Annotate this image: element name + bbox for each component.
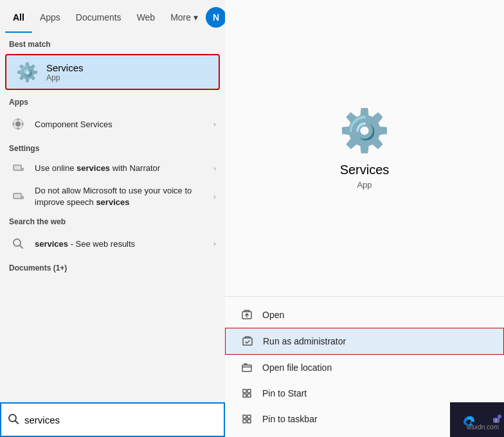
svg-line-13 <box>20 245 23 249</box>
best-match-label: Best match <box>0 35 225 51</box>
chevron-right-icon-4: › <box>213 240 216 247</box>
svg-rect-18 <box>243 338 252 345</box>
svg-rect-23 <box>248 394 251 397</box>
apps-section-label: Apps <box>0 93 225 109</box>
svg-text:T: T <box>495 419 498 423</box>
chevron-right-icon-2: › <box>213 165 216 172</box>
narrator-icon <box>9 159 27 177</box>
settings-section-label: Settings <box>0 139 225 156</box>
pin-to-start-label: Pin to Start <box>262 388 307 398</box>
services-icon-box: ⚙️ <box>15 60 39 84</box>
search-web-icon <box>9 235 27 253</box>
svg-rect-11 <box>21 196 24 199</box>
speech-icon <box>9 188 27 206</box>
chevron-down-icon: ▾ <box>194 12 198 22</box>
svg-line-15 <box>15 420 19 424</box>
tab-more[interactable]: More ▾ <box>163 2 206 33</box>
web-search-label: Search the web <box>0 212 225 229</box>
svg-point-5 <box>21 123 24 125</box>
svg-rect-8 <box>21 168 24 171</box>
tab-apps[interactable]: Apps <box>32 2 68 33</box>
narrator-services-label: Use online services with Narrator <box>35 163 206 174</box>
pin-to-taskbar-label: Pin to taskbar <box>262 414 318 424</box>
pin-to-taskbar-icon <box>240 413 253 425</box>
web-search-item[interactable]: services - See web results › <box>0 229 225 258</box>
tab-web[interactable]: Web <box>129 2 163 33</box>
svg-rect-25 <box>248 415 251 418</box>
svg-point-2 <box>17 118 19 121</box>
open-label: Open <box>262 310 284 320</box>
svg-point-29 <box>498 415 501 418</box>
tab-all[interactable]: All <box>5 2 32 33</box>
speech-services-item[interactable]: Do not allow Microsoft to use your voice… <box>0 181 225 212</box>
chevron-right-icon: › <box>213 120 216 128</box>
component-services-item[interactable]: Component Services › <box>0 110 225 138</box>
svg-point-1 <box>15 121 21 127</box>
svg-rect-21 <box>248 389 251 393</box>
gear-icon: ⚙️ <box>16 62 39 83</box>
svg-point-3 <box>17 127 19 130</box>
open-icon <box>240 308 253 321</box>
best-match-info: Services App <box>46 62 84 82</box>
search-box-container <box>0 402 225 437</box>
best-match-item[interactable]: ⚙️ Services App <box>5 54 220 90</box>
best-match-name: Services <box>46 62 84 73</box>
svg-rect-7 <box>14 166 21 170</box>
svg-point-4 <box>12 123 15 125</box>
search-input[interactable] <box>24 415 217 425</box>
narrator-services-item[interactable]: Use online services with Narrator › <box>0 156 225 181</box>
svg-rect-27 <box>248 420 251 423</box>
search-panel: All Apps Documents Web More ▾ N 💬 ··· ✕ … <box>0 0 225 437</box>
open-file-location-action[interactable]: Open file location <box>225 355 504 380</box>
speech-services-label: Do not allow Microsoft to use your voice… <box>35 185 206 208</box>
app-type: App <box>357 180 372 190</box>
open-file-location-label: Open file location <box>262 362 332 373</box>
taskbar: T # G W <box>450 402 504 437</box>
svg-rect-19 <box>242 365 251 371</box>
component-services-label: Component Services <box>35 120 206 129</box>
web-search-text: services - See web results <box>35 239 206 249</box>
watermark: wsxdn.com <box>467 424 499 431</box>
open-file-location-icon <box>240 361 253 374</box>
chevron-right-icon-3: › <box>213 193 216 201</box>
open-action[interactable]: Open <box>225 302 504 328</box>
pin-to-start-icon <box>240 387 253 400</box>
app-title: Services <box>340 163 390 177</box>
tabs-bar: All Apps Documents Web More ▾ N 💬 ··· ✕ <box>0 0 225 35</box>
svg-rect-20 <box>243 389 246 393</box>
user-avatar[interactable]: N <box>206 7 226 28</box>
best-match-type: App <box>46 73 84 82</box>
svg-rect-26 <box>243 420 246 423</box>
run-as-admin-action[interactable]: Run as administrator <box>225 328 504 355</box>
search-results: Best match ⚙️ Services App Apps <box>0 35 225 402</box>
run-as-admin-label: Run as administrator <box>263 336 346 346</box>
services-large-icon: ⚙️ <box>339 107 390 155</box>
app-detail: ⚙️ Services App <box>225 0 504 296</box>
component-services-icon <box>9 115 27 133</box>
tab-documents[interactable]: Documents <box>68 2 129 33</box>
svg-rect-10 <box>14 194 21 198</box>
svg-rect-24 <box>243 415 246 418</box>
run-as-admin-icon <box>241 335 254 348</box>
documents-section-label: Documents (1+) <box>0 258 225 275</box>
svg-rect-22 <box>243 394 246 397</box>
search-icon <box>8 413 19 427</box>
right-panel: ⚙️ Services App Open <box>225 0 504 437</box>
